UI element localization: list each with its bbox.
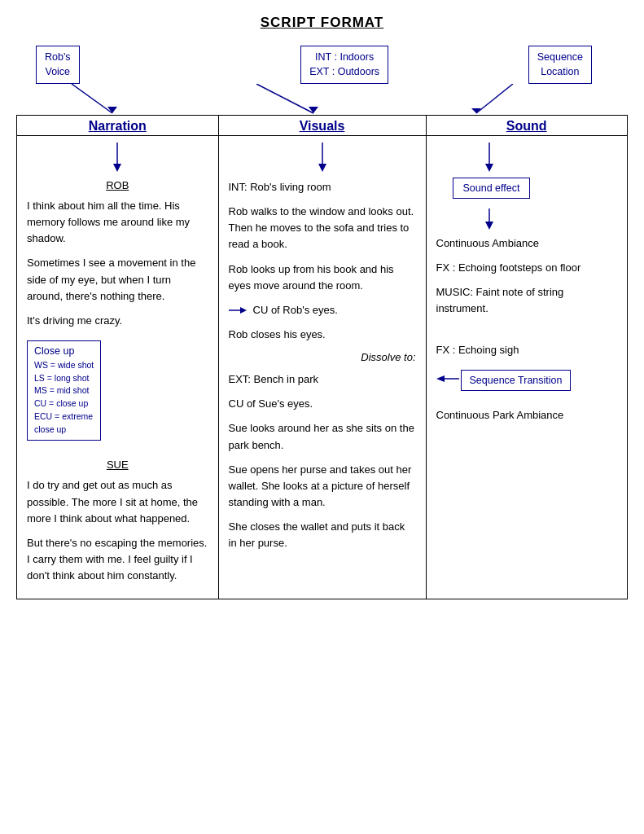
svg-line-4 [476,84,513,113]
svg-marker-11 [240,307,247,314]
int-ext-box: INT : Indoors EXT : Outdoors [300,46,388,84]
sound-effect-arrow-down [481,208,497,230]
sue-narration-1: I do try and get out as much as possible… [27,477,208,526]
sound-4: FX : Echoing sigh [436,342,618,358]
sound-effect-box: Sound effect [453,178,531,199]
visuals-1: INT: Rob's living room [229,179,416,195]
svg-line-0 [72,84,112,113]
main-table: Narration Visuals Sound ROB I think abou… [16,115,628,599]
seq-loc-annotation: Sequence Location [553,46,616,84]
visuals-2: Rob walks to the window and looks out. T… [229,204,416,252]
robs-voice-annotation: Rob's Voice [28,46,72,84]
narration-column: ROB I think about him all the time. His … [17,136,219,599]
svg-marker-3 [309,107,318,113]
narration-arrow-down [109,143,125,172]
visuals-column: INT: Rob's living room Rob walks to the … [218,136,426,599]
visuals-10: She closes the wallet and puts it back i… [229,519,416,551]
visuals-6: EXT: Bench in park [229,371,416,388]
svg-marker-1 [107,107,117,113]
close-up-box: Close up WS = wide shot LS = long shot M… [27,340,101,441]
sound-3: MUSIC: Faint note of string instrument. [436,284,618,317]
sue-character-name: SUE [27,459,208,471]
sound-5: Continuous Park Ambiance [436,407,618,424]
sue-narration-2: But there's no escaping the memories. I … [27,535,208,584]
rob-narration-2: Sometimes I see a movement in the side o… [27,255,208,304]
page-title: Script Format [16,15,628,31]
rob-character-name: ROB [27,179,208,191]
sound-arrow-down [481,143,497,172]
visuals-5: Rob closes his eyes. [229,327,416,343]
svg-marker-9 [318,164,326,172]
sound-1: Continuous Ambiance [436,235,618,252]
seq-transition-box: Sequence Transition [461,370,572,391]
sound-header: Sound [426,116,628,136]
svg-marker-17 [436,375,445,382]
svg-line-2 [256,84,313,113]
sound-2: FX : Echoing footsteps on floor [436,260,618,276]
svg-marker-15 [485,222,493,230]
visuals-arrow-down [314,143,331,172]
rob-narration-1: I think about him all the time. His memo… [27,198,208,247]
visuals-4: CU of Rob's eyes. [253,302,338,318]
curobeyes-arrow [229,304,250,317]
column-headers-row: Narration Visuals Sound [17,116,628,136]
svg-marker-13 [485,164,493,172]
visuals-header: Visuals [218,116,426,136]
close-up-title: Close up [34,345,94,357]
visuals-3: Rob looks up from his book and his eyes … [229,261,416,294]
close-up-legend: WS = wide shot LS = long shot MS = mid s… [34,359,94,437]
rob-narration-3: It's driving me crazy. [27,313,208,329]
content-row: ROB I think about him all the time. His … [17,136,628,599]
svg-marker-7 [113,164,121,172]
int-ext-annotation: INT : Indoors EXT : Outdoors [268,46,356,84]
annotation-arrows [16,84,628,115]
narration-header: Narration [17,116,219,136]
sound-column: Sound effect Continuous Ambiance FX : Ec… [426,136,628,599]
annotations-section: Rob's Voice INT : Indoors EXT : Outdoors… [16,46,628,115]
dissolve-to: Dissolve to: [229,351,416,363]
visuals-9: Sue opens her purse and takes out her wa… [229,462,416,511]
robs-voice-box: Rob's Voice [36,46,80,84]
seq-transition-arrow [436,372,461,385]
visuals-7: CU of Sue's eyes. [229,396,416,412]
seq-loc-box: Sequence Location [528,46,592,84]
visuals-8: Sue looks around her as she sits on the … [229,420,416,453]
